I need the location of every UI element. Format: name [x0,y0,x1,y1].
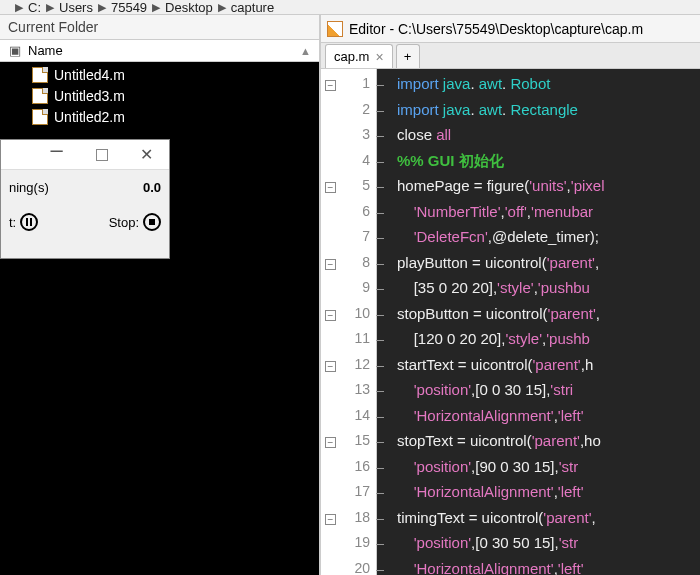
gutter-row[interactable]: 11 [321,330,376,356]
gui-body: ning(s) 0.0 t: Stop: [1,170,169,241]
code-line[interactable]: 'NumberTitle','off','menubar [397,203,700,229]
name-column-header[interactable]: ▣ Name ▲ [0,40,319,62]
editor-panel: Editor - C:\Users\75549\Desktop\capture\… [320,15,700,575]
gutter-row[interactable]: 1− [321,75,376,101]
gutter-row[interactable]: 15− [321,432,376,458]
close-icon[interactable]: × [375,49,383,65]
file-row[interactable]: Untitled3.m [0,85,319,106]
start-label: t: [9,215,16,230]
gutter-row[interactable]: 4 [321,152,376,178]
stop-label: Stop: [109,215,139,230]
gutter-row[interactable]: 13 [321,381,376,407]
code-body[interactable]: import java. awt. Robotimport java. awt.… [377,69,700,575]
file-name: Untitled4.m [54,67,125,83]
code-line[interactable]: import java. awt. Robot [397,75,700,101]
crumb-users[interactable]: Users [59,0,93,15]
gutter-row[interactable]: 7 [321,228,376,254]
gutter-row[interactable]: 18− [321,509,376,535]
editor-icon [327,21,343,37]
chevron-right-icon: ▶ [98,1,106,14]
close-button[interactable]: ✕ [124,140,169,169]
code-line[interactable]: %% GUI 初始化 [397,152,700,178]
gutter-row[interactable]: 16 [321,458,376,484]
code-line[interactable]: [35 0 20 20],'style','pushbu [397,279,700,305]
gui-figure-window[interactable]: – ✕ ning(s) 0.0 t: Stop: [0,139,170,259]
mfile-icon [32,88,48,104]
gutter-row[interactable]: 19 [321,534,376,560]
code-line[interactable]: [120 0 20 20],'style','pushb [397,330,700,356]
timing-value: 0.0 [143,180,161,195]
editor-path: Editor - C:\Users\75549\Desktop\capture\… [349,21,643,37]
gutter-row[interactable]: 5− [321,177,376,203]
timing-label: ning(s) [9,180,49,195]
breadcrumb[interactable]: ▶ C: ▶ Users ▶ 75549 ▶ Desktop ▶ capture [0,0,700,15]
fold-toggle[interactable]: − [325,310,336,321]
code-line[interactable]: close all [397,126,700,152]
fold-toggle[interactable]: − [325,80,336,91]
code-line[interactable]: stopText = uicontrol('parent',ho [397,432,700,458]
name-header-label: Name [28,43,63,58]
file-row[interactable]: Untitled4.m [0,64,319,85]
gutter-row[interactable]: 14 [321,407,376,433]
fold-toggle[interactable]: − [325,259,336,270]
start-control: t: [9,213,38,231]
gutter-row[interactable]: 12− [321,356,376,382]
code-line[interactable]: playButton = uicontrol('parent', [397,254,700,280]
gutter-row[interactable]: 9 [321,279,376,305]
sort-icon[interactable]: ▲ [300,45,311,57]
tab-bar: cap.m × + [321,43,700,69]
tab-label: cap.m [334,49,369,64]
plus-icon: + [404,49,412,64]
gutter-row[interactable]: 8− [321,254,376,280]
tab-add[interactable]: + [396,44,420,68]
code-line[interactable]: 'position',[0 0 30 15],'stri [397,381,700,407]
minimize-button[interactable]: – [34,140,79,169]
code-line[interactable]: 'HorizontalAlignment','left' [397,560,700,576]
chevron-right-icon: ▶ [46,1,54,14]
gutter-row[interactable]: 10− [321,305,376,331]
fold-toggle[interactable]: − [325,514,336,525]
play-pause-button[interactable] [20,213,38,231]
gutter-row[interactable]: 3 [321,126,376,152]
gutter-row[interactable]: 17 [321,483,376,509]
current-folder-title: Current Folder [0,15,319,40]
fold-toggle[interactable]: − [325,182,336,193]
crumb-75549[interactable]: 75549 [111,0,147,15]
gutter-row[interactable]: 20 [321,560,376,576]
fold-toggle[interactable]: − [325,437,336,448]
current-folder-panel: Current Folder ▣ Name ▲ Untitled4.mUntit… [0,15,320,575]
code-line[interactable]: 'position',[0 30 50 15],'str [397,534,700,560]
code-line[interactable]: homePage = figure('units','pixel [397,177,700,203]
file-name: Untitled2.m [54,109,125,125]
fold-toggle[interactable]: − [325,361,336,372]
crumb-desktop[interactable]: Desktop [165,0,213,15]
code-line[interactable]: 'HorizontalAlignment','left' [397,483,700,509]
stop-button[interactable] [143,213,161,231]
mfile-icon [32,109,48,125]
code-line[interactable]: 'DeleteFcn',@delete_timer); [397,228,700,254]
code-line[interactable]: import java. awt. Rectangle [397,101,700,127]
crumb-capture[interactable]: capture [231,0,274,15]
gutter: 1−2345−678−910−1112−131415−161718−1920 [321,69,377,575]
disclosure-icon[interactable]: ▣ [8,43,22,58]
editor-titlebar: Editor - C:\Users\75549\Desktop\capture\… [321,15,700,43]
file-name: Untitled3.m [54,88,125,104]
maximize-button[interactable] [79,140,124,169]
code-line[interactable]: timingText = uicontrol('parent', [397,509,700,535]
code-area: 1−2345−678−910−1112−131415−161718−1920 i… [321,69,700,575]
gui-titlebar[interactable]: – ✕ [1,140,169,170]
code-line[interactable]: 'HorizontalAlignment','left' [397,407,700,433]
mfile-icon [32,67,48,83]
code-line[interactable]: stopButton = uicontrol('parent', [397,305,700,331]
gutter-row[interactable]: 6 [321,203,376,229]
file-row[interactable]: Untitled2.m [0,106,319,127]
stop-control: Stop: [109,213,161,231]
crumb-c[interactable]: C: [28,0,41,15]
chevron-right-icon: ▶ [218,1,226,14]
chevron-right-icon: ▶ [152,1,160,14]
code-line[interactable]: startText = uicontrol('parent',h [397,356,700,382]
chevron-right-icon: ▶ [15,1,23,14]
code-line[interactable]: 'position',[90 0 30 15],'str [397,458,700,484]
gutter-row[interactable]: 2 [321,101,376,127]
tab-capm[interactable]: cap.m × [325,44,393,68]
